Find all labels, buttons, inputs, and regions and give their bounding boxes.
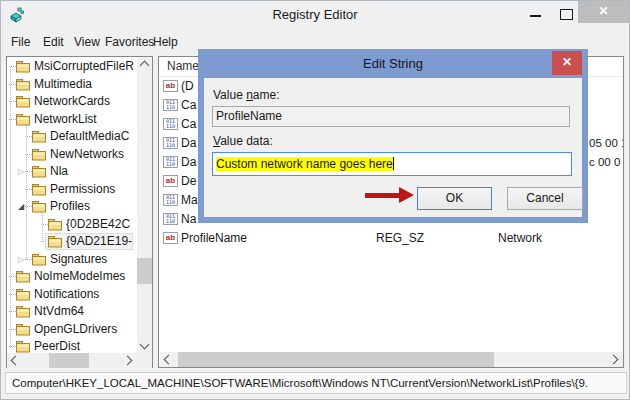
folder-icon: x="0 0 15 13"> [16,305,31,318]
status-bar: Computer\HKEY_LOCAL_MACHINE\SOFTWARE\Mic… [5,372,627,394]
binary-value-icon: 011110 [163,156,178,168]
tree-connector-stub [25,259,32,260]
tree-item-nla[interactable]: ▷x="0 0 15 13">Nla [7,163,137,181]
folder-icon: x="0 0 15 13"> [48,235,63,248]
tree-item-signatures[interactable]: ▷x="0 0 15 13">Signatures [7,251,137,269]
tree-item-defaultmediac[interactable]: x="0 0 15 13">DefaultMediaC [7,128,137,146]
scroll-down-icon[interactable] [140,340,150,350]
tree-connector-stub [9,346,16,347]
menu-view[interactable]: View [74,29,100,55]
cancel-button[interactable]: Cancel [507,187,583,210]
scrollbar-corner [137,353,152,368]
string-value-icon: ab [163,232,178,244]
string-value-icon: ab [163,80,178,92]
tree-item-msicorruptedfiler[interactable]: x="0 0 15 13">MsiCorruptedFileR [7,58,137,76]
menu-file[interactable]: File [11,29,30,55]
tree-item-label: {9AD21E19- [66,234,132,248]
folder-icon: x="0 0 15 13"> [16,113,31,126]
binary-value-icon: 011110 [163,99,178,111]
tree-item-label: OpenGLDrivers [34,322,117,336]
value-type: REG_SZ [376,229,424,248]
tree-connector-stub [25,154,32,155]
scroll-left-icon[interactable] [11,356,21,366]
tree-connector-stub [9,119,16,120]
tree-connector-stub [25,136,32,137]
value-name: Ma [181,191,198,210]
expand-triangle-icon[interactable]: ▷ [18,253,24,266]
collapse-triangle-icon[interactable]: ◢ [18,200,24,213]
menu-edit[interactable]: Edit [43,29,64,55]
tree-hscroll-thumb[interactable] [49,353,89,368]
tree-connector-stub [9,294,16,295]
folder-icon: x="0 0 15 13"> [32,200,47,213]
tree-connector-stub [9,276,16,277]
tree-connector-stub [25,206,32,207]
tree-connector-stub [25,171,32,172]
tree-item-0d2be42c[interactable]: x="0 0 15 13">{0D2BE42C [7,216,137,234]
tree-connector-stub [41,224,48,225]
tree-item-label: Multimedia [34,77,92,91]
tree-item-profiles[interactable]: ◢x="0 0 15 13">Profiles [7,198,137,216]
value-name: Na [181,210,196,229]
scroll-up-icon[interactable] [140,61,150,71]
scroll-left-icon[interactable] [164,355,174,365]
value-row-profilename[interactable]: abProfileNameREG_SZNetwork [159,229,623,248]
tree-item-permissions[interactable]: x="0 0 15 13">Permissions [7,181,137,199]
tree-item-newnetworks[interactable]: x="0 0 15 13">NewNetworks [7,146,137,164]
tree-item-label: NetworkList [34,112,97,126]
registry-editor-window: Registry Editor ✕ File Edit View Favorit… [0,0,630,400]
value-data-field[interactable]: Custom network name goes here [212,152,572,176]
binary-value-icon: 011110 [163,118,178,130]
tree-vscroll-thumb[interactable] [137,258,152,284]
value-data-fragment: 05 00 1 [589,134,623,153]
folder-icon: x="0 0 15 13"> [32,165,47,178]
value-data-fragment: c 00 0 [589,153,620,172]
text-cursor [393,157,394,170]
tree-horizontal-scrollbar[interactable] [7,353,137,368]
tree-vertical-scrollbar[interactable] [137,57,152,353]
folder-icon: x="0 0 15 13"> [32,130,47,143]
tree-item-notifications[interactable]: x="0 0 15 13">Notifications [7,286,137,304]
tree-item-peerdist[interactable]: x="0 0 15 13">PeerDist [7,338,137,353]
tree-connector-stub [9,101,16,102]
expand-triangle-icon[interactable]: ▷ [18,165,24,178]
tree-item-networklist[interactable]: x="0 0 15 13">NetworkList [7,111,137,129]
tree-connector-stub [9,66,16,67]
list-hscroll-thumb[interactable] [178,352,494,367]
value-name: De [181,172,196,191]
folder-icon: x="0 0 15 13"> [16,288,31,301]
value-name: Ca [181,115,196,134]
column-header-name[interactable]: Name [167,59,199,73]
binary-value-icon: 011110 [163,194,178,206]
list-horizontal-scrollbar[interactable] [160,352,623,367]
tree-item-label: Profiles [50,199,90,213]
maximize-icon[interactable] [560,9,573,20]
menu-help[interactable]: Help [153,29,178,55]
ok-button[interactable]: OK [417,187,492,210]
tree-item-9ad21e19[interactable]: x="0 0 15 13">{9AD21E19- [7,233,137,251]
tree-item-label: Signatures [50,252,107,266]
tree-item-label: Nla [50,164,68,178]
folder-icon: x="0 0 15 13"> [16,78,31,91]
scroll-right-icon[interactable] [123,356,133,366]
binary-value-icon: 011110 [163,213,178,225]
close-icon[interactable]: ✕ [578,1,629,23]
value-name: Ca [181,96,196,115]
minimize-icon[interactable] [530,15,541,17]
folder-icon: x="0 0 15 13"> [16,323,31,336]
folder-icon: x="0 0 15 13"> [48,218,63,231]
tree-item-label: Permissions [50,182,115,196]
tree-item-networkcards[interactable]: x="0 0 15 13">NetworkCards [7,93,137,111]
folder-icon: x="0 0 15 13"> [16,95,31,108]
tree-item-opengldrivers[interactable]: x="0 0 15 13">OpenGLDrivers [7,321,137,339]
tree-item-ntvdm64[interactable]: x="0 0 15 13">NtVdm64 [7,303,137,321]
scroll-right-icon[interactable] [609,355,619,365]
tree-connector-stub [9,329,16,330]
registry-tree-pane: x="0 0 15 13">MsiCorruptedFileRx="0 0 15… [6,56,153,368]
tree-item-multimedia[interactable]: x="0 0 15 13">Multimedia [7,76,137,94]
tree-item-noimemodeimes[interactable]: x="0 0 15 13">NoImeModeImes [7,268,137,286]
value-name-field[interactable]: ProfileName [212,106,570,127]
string-value-icon: ab [163,175,178,187]
dialog-close-icon[interactable]: ✕ [552,51,582,75]
menu-favorites[interactable]: Favorites [105,29,154,55]
